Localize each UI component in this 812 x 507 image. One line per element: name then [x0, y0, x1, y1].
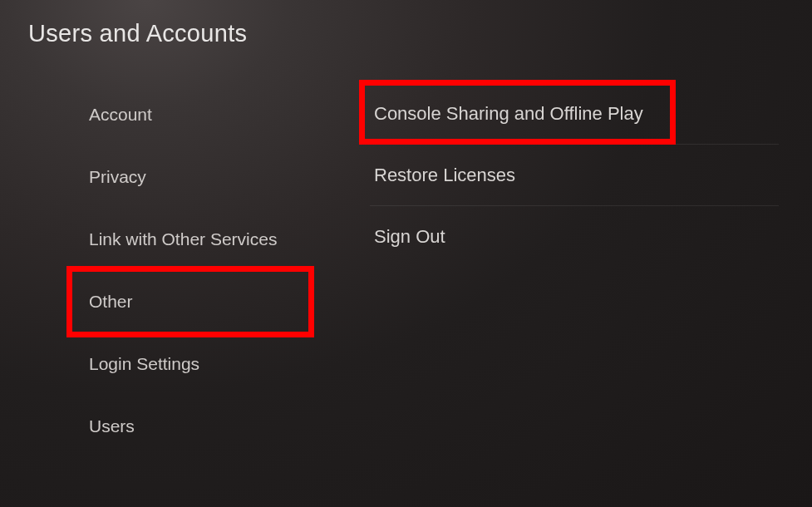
main-panel: Console Sharing and Offline Play Restore… — [370, 83, 812, 457]
sidebar-item-label: Link with Other Services — [89, 229, 277, 249]
sidebar-item-link-services[interactable]: Link with Other Services — [86, 208, 370, 270]
main-item-label: Restore Licenses — [374, 165, 515, 186]
sidebar-item-users[interactable]: Users — [86, 395, 370, 457]
page-title: Users and Accounts — [28, 20, 247, 47]
sidebar-item-label: Account — [89, 105, 152, 125]
sidebar-item-label: Login Settings — [89, 354, 199, 374]
content-area: Account Privacy Link with Other Services… — [0, 83, 812, 457]
sidebar-item-privacy[interactable]: Privacy — [86, 145, 370, 208]
main-item-restore-licenses[interactable]: Restore Licenses — [370, 145, 779, 206]
sidebar: Account Privacy Link with Other Services… — [0, 83, 370, 457]
main-item-label: Console Sharing and Offline Play — [374, 103, 643, 125]
sidebar-item-label: Privacy — [89, 167, 146, 187]
sidebar-item-label: Users — [89, 416, 135, 436]
main-item-label: Sign Out — [374, 226, 445, 248]
main-item-sign-out[interactable]: Sign Out — [370, 206, 779, 268]
sidebar-item-account[interactable]: Account — [86, 83, 370, 145]
main-item-console-sharing[interactable]: Console Sharing and Offline Play — [370, 83, 779, 145]
sidebar-item-other[interactable]: Other — [86, 270, 370, 332]
sidebar-item-login-settings[interactable]: Login Settings — [86, 332, 370, 395]
sidebar-item-label: Other — [89, 292, 133, 312]
